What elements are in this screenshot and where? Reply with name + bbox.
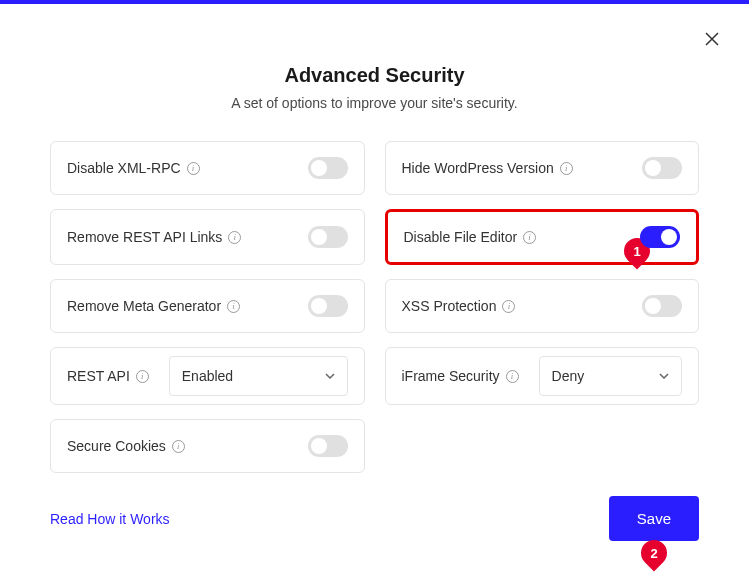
label-text: Secure Cookies [67, 438, 166, 454]
info-icon[interactable]: i [502, 300, 515, 313]
info-icon[interactable]: i [187, 162, 200, 175]
option-label: Secure Cookies i [67, 438, 185, 454]
option-disable-xmlrpc: Disable XML-RPC i [50, 141, 365, 195]
options-grid: Disable XML-RPC i Hide WordPress Version… [0, 141, 749, 473]
option-remove-rest-links: Remove REST API Links i [50, 209, 365, 265]
label-text: Disable XML-RPC [67, 160, 181, 176]
option-label: Disable XML-RPC i [67, 160, 200, 176]
info-icon[interactable]: i [172, 440, 185, 453]
option-xss-protection: XSS Protection i [385, 279, 700, 333]
header: Advanced Security A set of options to im… [0, 4, 749, 141]
label-text: iFrame Security [402, 368, 500, 384]
label-text: Remove Meta Generator [67, 298, 221, 314]
save-button[interactable]: Save [609, 496, 699, 541]
select-rest-api[interactable]: Enabled [169, 356, 348, 396]
option-hide-wp-version: Hide WordPress Version i [385, 141, 700, 195]
option-label: Disable File Editor i [404, 229, 537, 245]
info-icon[interactable]: i [506, 370, 519, 383]
select-value: Deny [552, 368, 585, 384]
label-text: Disable File Editor [404, 229, 518, 245]
toggle-disable-xmlrpc[interactable] [308, 157, 348, 179]
label-text: XSS Protection [402, 298, 497, 314]
option-iframe-security: iFrame Security i Deny [385, 347, 700, 405]
close-icon [705, 32, 719, 46]
option-rest-api: REST API i Enabled [50, 347, 365, 405]
option-secure-cookies: Secure Cookies i [50, 419, 365, 473]
toggle-remove-rest-links[interactable] [308, 226, 348, 248]
label-text: Hide WordPress Version [402, 160, 554, 176]
close-button[interactable] [705, 30, 719, 51]
toggle-xss-protection[interactable] [642, 295, 682, 317]
option-disable-file-editor: Disable File Editor i 1 [385, 209, 700, 265]
page-subtitle: A set of options to improve your site's … [0, 95, 749, 111]
chevron-down-icon [659, 373, 669, 379]
option-label: iFrame Security i [402, 368, 519, 384]
label-text: REST API [67, 368, 130, 384]
chevron-down-icon [325, 373, 335, 379]
option-label: Remove Meta Generator i [67, 298, 240, 314]
option-label: Hide WordPress Version i [402, 160, 573, 176]
info-icon[interactable]: i [228, 231, 241, 244]
option-remove-meta-gen: Remove Meta Generator i [50, 279, 365, 333]
page-title: Advanced Security [0, 64, 749, 87]
label-text: Remove REST API Links [67, 229, 222, 245]
select-value: Enabled [182, 368, 233, 384]
option-label: Remove REST API Links i [67, 229, 241, 245]
option-label: XSS Protection i [402, 298, 516, 314]
toggle-remove-meta-gen[interactable] [308, 295, 348, 317]
select-iframe-security[interactable]: Deny [539, 356, 682, 396]
toggle-secure-cookies[interactable] [308, 435, 348, 457]
toggle-disable-file-editor[interactable] [640, 226, 680, 248]
info-icon[interactable]: i [227, 300, 240, 313]
read-how-link[interactable]: Read How it Works [50, 511, 170, 527]
toggle-hide-wp-version[interactable] [642, 157, 682, 179]
footer: Read How it Works Save [50, 496, 699, 541]
info-icon[interactable]: i [560, 162, 573, 175]
option-label: REST API i [67, 368, 149, 384]
info-icon[interactable]: i [136, 370, 149, 383]
info-icon[interactable]: i [523, 231, 536, 244]
